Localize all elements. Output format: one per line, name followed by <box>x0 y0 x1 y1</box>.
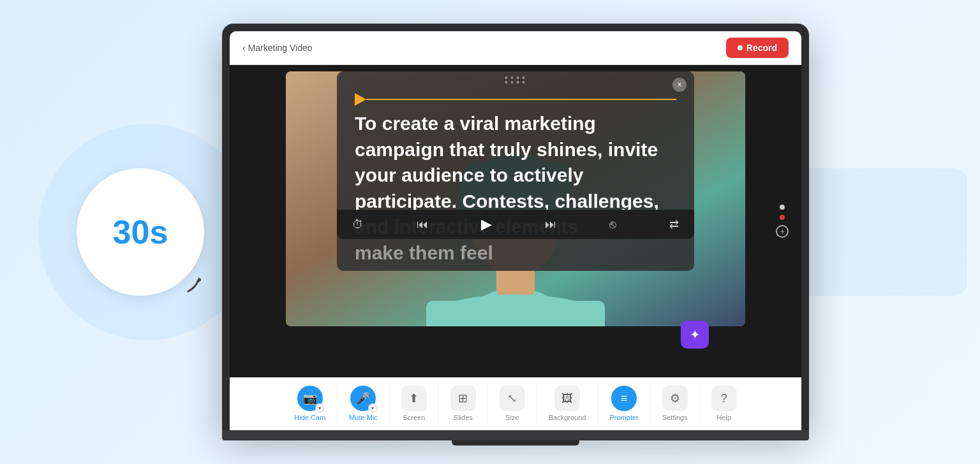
prompter-overlay: × To create a viral marketing campaign t… <box>337 71 694 271</box>
hide-cam-label: Hide Cam <box>294 414 325 421</box>
top-bar: ‹ Marketing Video Record <box>230 31 801 65</box>
background-label: Background <box>549 414 586 421</box>
timer-value: 30s <box>113 213 168 251</box>
dot <box>505 81 508 83</box>
back-button[interactable]: ‹ Marketing Video <box>242 43 313 53</box>
toolbar-item-hide-cam[interactable]: 📷 ▾ Hide Cam <box>283 383 338 424</box>
prompter-label: Prompter <box>610 414 639 421</box>
size-label: Size <box>505 414 519 421</box>
top-bar-left: ‹ Marketing Video <box>242 43 313 53</box>
page-title: Marketing Video <box>248 43 313 53</box>
fast-forward-button[interactable]: ⏭ <box>545 218 556 231</box>
toolbar-item-mute-mic[interactable]: 🎤 ▾ Mute Mic <box>338 383 390 424</box>
cam-dropdown-arrow: ▾ <box>315 403 324 412</box>
cam-icon: 📷 <box>303 391 317 405</box>
timer-circle: 30s <box>77 168 204 296</box>
prompter-icon: ≡ <box>611 386 637 411</box>
slides-label: Slides <box>454 414 473 421</box>
side-dot-red <box>780 215 785 220</box>
back-arrow-icon: ‹ <box>242 43 246 53</box>
record-dot-icon <box>738 45 743 50</box>
dot <box>517 81 519 83</box>
timer-control-icon[interactable]: ⏱ <box>352 218 364 231</box>
prompter-close-button[interactable]: × <box>672 78 687 92</box>
side-add-button[interactable]: + <box>776 225 789 238</box>
dot <box>523 76 525 79</box>
prompter-hr <box>366 99 676 100</box>
bottom-toolbar: 📷 ▾ Hide Cam 🎤 ▾ Mute Mic <box>230 377 801 430</box>
toolbar-item-settings[interactable]: ⚙ Settings <box>651 383 700 424</box>
right-panel: + <box>776 205 789 238</box>
mute-mic-label: Mute Mic <box>349 414 378 421</box>
magic-wand-button[interactable]: ✦ <box>681 321 709 349</box>
record-button[interactable]: Record <box>726 38 789 58</box>
record-label: Record <box>746 43 777 53</box>
hide-cam-icon: 📷 ▾ <box>297 386 323 411</box>
slides-icon: ⊞ <box>450 386 476 411</box>
dot <box>511 81 514 83</box>
side-dot-1 <box>780 205 785 210</box>
laptop-body: ‹ Marketing Video Record <box>222 24 809 430</box>
toolbar-item-slides[interactable]: ⊞ Slides <box>439 383 488 424</box>
toolbar-item-prompter[interactable]: ≡ Prompter <box>598 383 651 424</box>
timer-arc-icon <box>175 267 201 293</box>
toolbar-item-background[interactable]: 🖼 Background <box>537 383 598 424</box>
prompter-drag-dots[interactable] <box>505 76 526 83</box>
toolbar-item-help[interactable]: ? Help <box>700 383 748 424</box>
toolbar-item-size[interactable]: ⤡ Size <box>488 383 537 424</box>
export-button[interactable]: ⎋ <box>609 218 616 231</box>
size-icon: ⤡ <box>500 386 525 411</box>
laptop-container: ‹ Marketing Video Record <box>222 24 809 440</box>
prompter-arrow-icon <box>355 93 366 106</box>
mic-dropdown-arrow: ▾ <box>368 403 377 412</box>
dot <box>517 76 519 79</box>
laptop-screen: ‹ Marketing Video Record <box>230 31 801 430</box>
mute-mic-icon: 🎤 ▾ <box>350 386 376 411</box>
play-button[interactable]: ▶ <box>481 216 492 233</box>
help-label: Help <box>716 414 731 421</box>
prompter-controls-bar: ⏱ ⏮ ▶ ⏭ ⎋ ⇄ <box>337 210 694 239</box>
laptop-notch <box>484 24 547 29</box>
background-icon: 🖼 <box>554 386 580 411</box>
video-area: × To create a viral marketing campaign t… <box>230 65 801 377</box>
dot <box>505 76 508 79</box>
loop-button[interactable]: ⇄ <box>669 217 679 231</box>
mic-icon: 🎤 <box>356 391 370 405</box>
close-icon: × <box>677 80 681 89</box>
help-icon: ? <box>711 386 737 411</box>
magic-wand-icon: ✦ <box>690 327 701 342</box>
prompter-text-content: To create a viral marketing campaign tha… <box>355 111 676 266</box>
laptop-base <box>222 430 809 440</box>
prompter-text-faded: make them feel <box>355 242 493 263</box>
rewind-button[interactable]: ⏮ <box>417 218 428 231</box>
toolbar-item-screen[interactable]: ⬆ Screen <box>390 383 439 424</box>
screen-label: Screen <box>403 414 425 421</box>
settings-icon: ⚙ <box>662 386 688 411</box>
prompter-position-line <box>355 93 676 106</box>
dot <box>523 81 525 83</box>
dot <box>511 76 514 79</box>
settings-label: Settings <box>662 414 688 421</box>
svg-marker-0 <box>198 277 201 282</box>
screen-icon: ⬆ <box>401 386 427 411</box>
svg-rect-9 <box>426 301 605 326</box>
